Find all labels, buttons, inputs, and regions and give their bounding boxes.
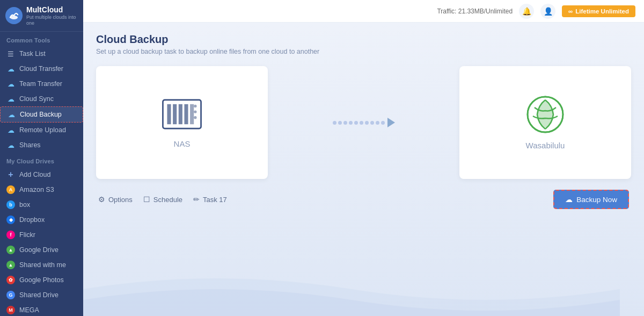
svg-rect-5 <box>179 104 182 124</box>
svg-rect-7 <box>190 104 194 124</box>
remote-upload-icon: ☁ <box>6 126 15 134</box>
common-tools-title: Common Tools <box>0 32 83 46</box>
svg-rect-3 <box>167 104 171 124</box>
dest-label: Wasabilulu <box>526 141 565 150</box>
shared-with-me-icon: ▲ <box>6 261 15 269</box>
sidebar-label-shared-drive: Shared Drive <box>19 291 58 299</box>
flickr-icon: f <box>6 231 15 239</box>
logo-name: MultCloud <box>26 5 77 15</box>
cloud-transfer-icon: ☁ <box>6 64 15 73</box>
sidebar-item-shares[interactable]: ☁ Shares <box>0 138 83 153</box>
schedule-icon: ☐ <box>143 195 150 204</box>
dotted-arrow <box>333 118 395 127</box>
sidebar-label-cloud-sync: Cloud Sync <box>19 95 54 103</box>
sidebar-item-box[interactable]: b box <box>0 197 83 212</box>
transfer-area: NAS <box>96 66 631 179</box>
page-subtitle: Set up a cloud backup task to backup onl… <box>96 48 631 55</box>
source-label: NAS <box>174 139 191 148</box>
sidebar-label-shared-with-me: Shared with me <box>19 261 66 269</box>
sidebar-label-task-list: Task List <box>19 50 46 58</box>
wave-decoration <box>83 262 620 316</box>
svg-point-9 <box>194 110 196 113</box>
google-drive-icon: ▲ <box>6 246 15 254</box>
google-photos-icon: ✿ <box>6 276 15 284</box>
sidebar-label-mega: MEGA <box>19 306 39 314</box>
sidebar-item-team-transfer[interactable]: ☁ Team Transfer <box>0 76 83 91</box>
sidebar-item-google-drive[interactable]: ▲ Google Drive <box>0 242 83 257</box>
cloud-sync-icon: ☁ <box>6 95 15 103</box>
wasabi-svg-icon <box>526 96 564 133</box>
sidebar-label-google-photos: Google Photos <box>19 276 64 284</box>
task-edit-icon: ✏ <box>193 195 200 204</box>
shared-drive-icon: G <box>6 291 15 299</box>
cloud-drives-title: My Cloud Drives <box>0 153 83 167</box>
schedule-label: Schedule <box>153 196 182 204</box>
sidebar-label-dropbox: Dropbox <box>19 216 45 224</box>
amazon-s3-icon: A <box>6 185 15 194</box>
sidebar: MultCloud Put multiple clouds into one C… <box>0 0 83 316</box>
sidebar-item-flickr[interactable]: f Flickr <box>0 227 83 242</box>
sidebar-item-add-cloud[interactable]: + Add Cloud <box>0 167 83 182</box>
shares-icon: ☁ <box>6 141 15 149</box>
lifetime-label: Lifetime Unlimited <box>575 8 629 15</box>
source-box[interactable]: NAS <box>96 66 268 179</box>
box-icon: b <box>6 200 15 209</box>
content-area: Cloud Backup Set up a cloud backup task … <box>83 23 644 316</box>
sidebar-label-amazon-s3: Amazon S3 <box>19 186 54 193</box>
sidebar-label-team-transfer: Team Transfer <box>19 80 62 88</box>
sidebar-item-shared-with-me[interactable]: ▲ Shared with me <box>0 257 83 272</box>
svg-point-10 <box>194 116 196 119</box>
lifetime-icon: ∞ <box>568 8 573 15</box>
logo-text: MultCloud Put multiple clouds into one <box>26 5 77 26</box>
sidebar-label-box: box <box>19 201 30 209</box>
transfer-arrow <box>268 118 459 127</box>
sidebar-item-cloud-sync[interactable]: ☁ Cloud Sync <box>0 91 83 106</box>
backup-now-label: Backup Now <box>576 196 617 204</box>
options-action[interactable]: ⚙ Options <box>98 195 133 204</box>
lifetime-button[interactable]: ∞ Lifetime Unlimited <box>562 5 635 17</box>
schedule-action[interactable]: ☐ Schedule <box>143 195 182 204</box>
sidebar-label-cloud-backup: Cloud Backup <box>20 111 62 118</box>
mega-icon: M <box>6 306 15 314</box>
sidebar-item-cloud-transfer[interactable]: ☁ Cloud Transfer <box>0 61 83 76</box>
svg-rect-4 <box>173 104 177 124</box>
sidebar-item-dropbox[interactable]: ◆ Dropbox <box>0 212 83 227</box>
dropbox-icon: ◆ <box>6 216 15 224</box>
sidebar-item-google-photos[interactable]: ✿ Google Photos <box>0 272 83 288</box>
nas-svg-icon <box>160 97 203 132</box>
sidebar-label-cloud-transfer: Cloud Transfer <box>19 65 63 73</box>
notification-bell[interactable]: 🔔 <box>519 4 534 19</box>
sidebar-item-shared-drive[interactable]: G Shared Drive <box>0 288 83 303</box>
logo-tagline: Put multiple clouds into one <box>26 15 77 26</box>
traffic-info: Traffic: 21.33MB/Unlimited <box>437 8 513 15</box>
sidebar-label-shares: Shares <box>19 141 41 149</box>
add-cloud-icon: + <box>6 170 15 179</box>
dest-box[interactable]: Wasabilulu <box>459 66 631 179</box>
sidebar-item-amazon-s3[interactable]: A Amazon S3 <box>0 182 83 197</box>
sidebar-item-cloud-backup[interactable]: ☁ Cloud Backup <box>0 106 83 123</box>
page-title: Cloud Backup <box>96 33 631 46</box>
options-label: Options <box>108 196 133 204</box>
svg-rect-6 <box>184 104 188 124</box>
main-content: Traffic: 21.33MB/Unlimited 🔔 👤 ∞ Lifetim… <box>83 0 644 316</box>
bottom-bar: ⚙ Options ☐ Schedule ✏ Task 17 ☁ Backup … <box>96 190 631 209</box>
sidebar-item-mega[interactable]: M MEGA <box>0 303 83 316</box>
options-icon: ⚙ <box>98 195 105 204</box>
user-avatar[interactable]: 👤 <box>540 4 555 19</box>
sidebar-label-add-cloud: Add Cloud <box>19 171 50 178</box>
task-list-icon: ☰ <box>6 49 15 58</box>
bottom-left-actions: ⚙ Options ☐ Schedule ✏ Task 17 <box>98 195 227 204</box>
sidebar-label-remote-upload: Remote Upload <box>19 126 66 134</box>
logo-icon <box>5 7 23 24</box>
logo: MultCloud Put multiple clouds into one <box>0 0 83 32</box>
task-action[interactable]: ✏ Task 17 <box>193 195 227 204</box>
svg-point-1 <box>10 16 18 19</box>
team-transfer-icon: ☁ <box>6 80 15 88</box>
sidebar-item-task-list[interactable]: ☰ Task List <box>0 46 83 61</box>
svg-point-8 <box>194 105 196 107</box>
sidebar-item-remote-upload[interactable]: ☁ Remote Upload <box>0 123 83 138</box>
backup-now-button[interactable]: ☁ Backup Now <box>553 190 629 209</box>
backup-now-icon: ☁ <box>565 195 573 204</box>
task-label: Task 17 <box>203 196 227 204</box>
sidebar-label-google-drive: Google Drive <box>19 246 58 254</box>
